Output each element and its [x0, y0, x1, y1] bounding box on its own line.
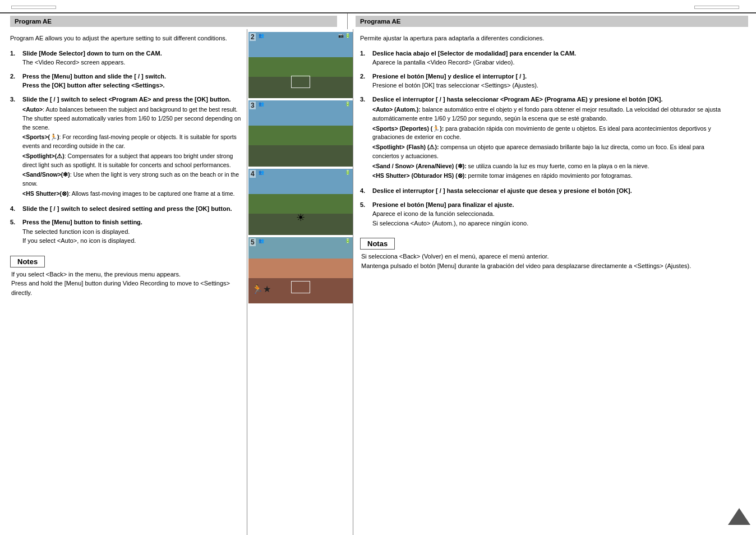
right-step-content-3: Deslice el interruptor [ / ] hasta selec… — [372, 95, 723, 182]
frame-5-figure-icon: 🏃 — [252, 284, 263, 294]
step-title-2: Press the [Menu] button and slide the [ … — [22, 73, 166, 89]
left-step-4: 4. Slide the [ / ] switch to select desi… — [10, 204, 241, 214]
right-step-1: 1. Deslice hacia abajo el [Selector de m… — [360, 49, 723, 67]
step-body-1: The <Video Record> screen appears. — [22, 59, 125, 66]
step-content-4: Slide the [ / ] switch to select desired… — [22, 204, 241, 214]
left-steps-list: 1. Slide [Mode Selector] down to turn on… — [10, 49, 241, 246]
right-triangle-container — [728, 34, 750, 531]
left-notes-text: If you select <Back> in the menu, the pr… — [11, 270, 241, 298]
frame-2-focus-box — [291, 76, 310, 88]
step-num-4: 4. — [10, 204, 22, 214]
frame-5-icon-left: 👥 — [259, 238, 264, 243]
top-bar-left — [11, 6, 359, 9]
frame-4-icon-left: 👥 — [259, 170, 264, 175]
right-step-content-2: Presione el botón [Menu] y deslice el in… — [372, 72, 723, 90]
right-step-title-2: Presione el botón [Menu] y deslice el in… — [372, 73, 527, 80]
right-step-3: 3. Deslice el interruptor [ / ] hasta se… — [360, 95, 723, 182]
step-sub-item-spotlight: <Spotlight>(⚠): Compensates for a subjec… — [22, 152, 241, 170]
step-num-3: 3. — [10, 95, 22, 200]
right-sub-spotlight: <Spotlight> (Flash) (⚠): compensa un obj… — [372, 143, 723, 161]
frame-2-status: 👥 📷 🔋 — [259, 33, 351, 38]
right-notes-label: Notas — [360, 238, 395, 250]
right-steps-list: 1. Deslice hacia abajo el [Selector de m… — [360, 49, 723, 228]
step-num-1: 1. — [10, 49, 22, 67]
right-step-4: 4. Deslice el interruptor [ / ] hasta se… — [360, 186, 723, 196]
right-step-5: 5. Presione el botón [Menu] para finaliz… — [360, 200, 723, 228]
frame-3-icon-left: 👥 — [259, 102, 264, 107]
right-step-num-1: 1. — [360, 49, 372, 67]
right-step-content-4: Deslice el interruptor [ / ] hasta selec… — [372, 186, 723, 196]
frame-4-status: 👥 🔋 — [259, 170, 351, 175]
frame-3-number: 3 — [250, 102, 256, 109]
step-num-2: 2. — [10, 72, 22, 90]
right-note-2: Mantenga pulsado el botón [Menu] durante… — [361, 261, 723, 271]
main-content-row: Program AE allows you to adjust the aper… — [0, 29, 756, 535]
right-step-title-3: Deslice el interruptor [ / ] hasta selec… — [372, 96, 663, 103]
step-title-3: Slide the [ / ] switch to select <Progra… — [22, 96, 231, 103]
right-step-num-5: 5. — [360, 200, 372, 228]
right-note-1: Si selecciona <Back> (Volver) en el menú… — [361, 252, 723, 261]
left-step-2: 2. Press the [Menu] button and slide the… — [10, 72, 241, 90]
frame-5-star-icon: ★ — [263, 284, 271, 294]
right-step-sub-3: <Auto> (Autom.): balance automático entr… — [372, 105, 723, 181]
center-images-column: 👥 📷 🔋 2 👥 🔋 3 👥 🔋 4 — [247, 29, 353, 535]
frame-4-sun-icon: ☀ — [296, 211, 305, 224]
section-header-row: Program AE Programa AE — [0, 13, 756, 29]
left-note-2: Press and hold the [Menu] button during … — [11, 279, 241, 297]
right-step-body-2: Presione el botón [OK] tras seleccionar … — [372, 82, 538, 89]
camera-frame-2: 👥 📷 🔋 2 — [248, 32, 353, 98]
camera-frame-5: 👥 🔋 5 🏃 ★ — [248, 237, 353, 303]
step-sub-item-auto: <Auto>: Auto balances between the subjec… — [22, 105, 241, 132]
right-text-area: Permite ajustar la apertura para adaptar… — [360, 34, 723, 531]
step-num-5: 5. — [10, 218, 22, 246]
frame-3-icon-right: 🔋 — [345, 102, 351, 107]
step-sub-item-sand: <Sand/Snow>(❄): Use when the light is ve… — [22, 170, 241, 188]
right-text-column: Permite ajustar la apertura para adaptar… — [353, 29, 756, 535]
right-sub-hs: <HS Shutter> (Obturador HS) (⊗): permite… — [372, 172, 723, 181]
right-step-num-2: 2. — [360, 72, 372, 90]
left-notes-label: Notes — [10, 256, 45, 268]
frame-2-icon-left: 👥 — [259, 33, 264, 38]
left-page-number — [11, 6, 56, 9]
step-body-5: The selected function icon is displayed.… — [22, 228, 136, 245]
left-text-column: Program AE allows you to adjust the aper… — [0, 29, 247, 535]
right-nav-arrow — [728, 508, 750, 525]
left-notes-section: Notes If you select <Back> in the menu, … — [10, 250, 241, 298]
step-sub-3: <Auto>: Auto balances between the subjec… — [22, 105, 241, 199]
step-sub-item-hs: <HS Shutter>(⊗): Allows fast-moving imag… — [22, 190, 241, 199]
step-title-5: Press the [Menu] button to finish settin… — [22, 219, 142, 225]
frame-5-number: 5 — [250, 238, 256, 246]
page: Program AE Programa AE Program AE allows… — [0, 0, 756, 535]
left-section-header-cell: Program AE — [0, 13, 348, 29]
right-sub-sand: <Sand / Snow> (Arena/Nieve) (❄): se util… — [372, 162, 723, 171]
left-section-heading: Program AE — [10, 16, 337, 27]
step-content-1: Slide [Mode Selector] down to turn on th… — [22, 49, 241, 67]
step-content-2: Press the [Menu] button and slide the [ … — [22, 72, 241, 90]
right-step-body-1: Aparece la pantalla <Video Record> (Grab… — [372, 59, 515, 66]
right-step-title-4: Deslice el interruptor [ / ] hasta selec… — [372, 187, 632, 194]
right-step-2: 2. Presione el botón [Menu] y deslice el… — [360, 72, 723, 90]
right-notes-text: Si selecciona <Back> (Volver) en el menú… — [361, 252, 723, 270]
step-sub-item-sports: <Sports>(🏃): For recording fast-moving p… — [22, 133, 241, 151]
left-intro: Program AE allows you to adjust the aper… — [10, 34, 241, 43]
right-step-num-4: 4. — [360, 186, 372, 196]
right-step-body-5: Aparece el icono de la función seleccion… — [372, 210, 528, 227]
right-step-title-1: Deslice hacia abajo el [Selector de moda… — [372, 50, 576, 57]
top-bar — [0, 0, 756, 12]
frame-4-icon-right: 🔋 — [345, 170, 351, 175]
frame-2-icon-right: 📷 🔋 — [338, 33, 351, 38]
frame-3-status: 👥 🔋 — [259, 102, 351, 107]
step-title-4: Slide the [ / ] switch to select desired… — [22, 205, 232, 212]
top-bar-right — [359, 6, 745, 9]
right-section-header-cell: Programa AE — [348, 13, 756, 29]
left-step-3: 3. Slide the [ / ] switch to select <Pro… — [10, 95, 241, 200]
frame-4-number: 4 — [250, 170, 256, 178]
frame-5-status: 👥 🔋 — [259, 238, 351, 243]
right-notes-section: Notas Si selecciona <Back> (Volver) en e… — [360, 232, 723, 270]
frame-5-focus-box — [291, 281, 310, 293]
right-page-number — [694, 6, 739, 9]
step-content-3: Slide the [ / ] switch to select <Progra… — [22, 95, 241, 200]
frame-2-number: 2 — [250, 33, 256, 41]
right-step-content-1: Deslice hacia abajo el [Selector de moda… — [372, 49, 723, 67]
right-sub-sports: <Sports> (Deportes) (🏃): para grabación … — [372, 124, 723, 142]
